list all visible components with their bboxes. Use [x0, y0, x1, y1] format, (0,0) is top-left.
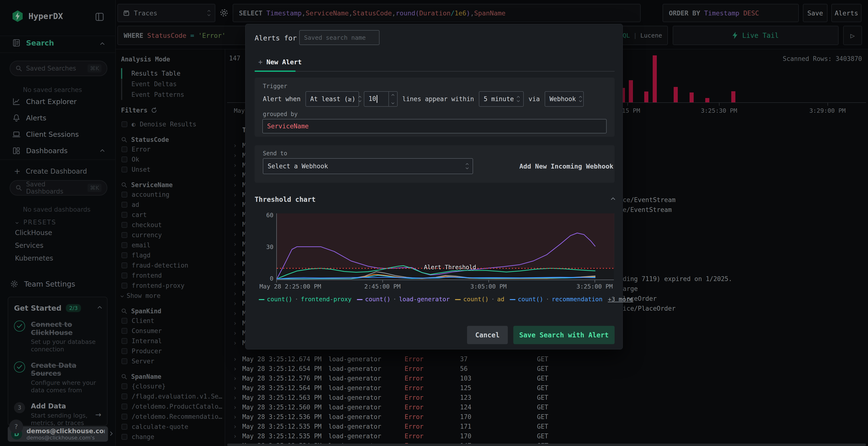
alert-when-label: Alert when [263, 95, 301, 103]
grouped-by-input[interactable]: ServiceName [262, 119, 607, 133]
axis-tick [276, 280, 277, 282]
legend-dash [510, 299, 516, 300]
text-cursor [377, 95, 377, 103]
via-label: via [528, 95, 540, 103]
y-tick-30: 30 [259, 243, 273, 250]
comparator-select[interactable]: At least (≥) [306, 91, 359, 107]
trigger-label: Trigger [263, 83, 287, 90]
legend-metric: count() [267, 296, 292, 303]
axis-tick [382, 280, 383, 282]
collapse-chart-icon[interactable] [611, 197, 615, 202]
save-search-with-alert-button[interactable]: Save Search with Alert [513, 326, 615, 344]
trigger-panel: Trigger Alert when At least (≥) 10 lines… [255, 77, 615, 137]
legend-item[interactable]: count()·ad [455, 296, 504, 303]
threshold-chart-plot[interactable]: Alert Threshold [276, 213, 614, 280]
channel-select[interactable]: Webhook [545, 91, 584, 107]
tab-track [255, 71, 615, 71]
tab-active-underline [255, 71, 296, 72]
legend-item[interactable]: count()·frontend-proxy [259, 296, 351, 303]
axis-tick [595, 280, 595, 282]
hyperdx-app: HyperDX Search Saved Searches ⌘K No save… [0, 0, 868, 446]
threshold-chart-title: Threshold chart [255, 196, 316, 204]
plus-icon: + [258, 58, 262, 66]
saved-search-name-input[interactable] [299, 30, 379, 45]
axis-label: May 28 2:25:00 PM [259, 283, 321, 290]
legend-series-name: load-generator [399, 296, 450, 303]
legend-item[interactable]: count()·recommendation [510, 296, 602, 303]
tab-new-alert[interactable]: + New Alert [258, 58, 302, 66]
chart-legend: count()·frontend-proxycount()·load-gener… [259, 296, 633, 303]
legend-metric: count() [365, 296, 390, 303]
number-stepper[interactable] [389, 92, 397, 106]
add-webhook-button[interactable]: Add New Incoming Webhook [519, 163, 613, 170]
alert-threshold-label: Alert Threshold [424, 264, 476, 271]
axis-label: 3:25:00 PM [577, 283, 613, 290]
legend-dash [259, 299, 265, 300]
grouped-by-label: grouped by [263, 111, 298, 117]
legend-item[interactable]: count()·load-generator [357, 296, 450, 303]
legend-more-button[interactable]: +3 more [608, 296, 633, 303]
legend-metric: count() [463, 296, 489, 303]
tab-label: New Alert [267, 58, 302, 66]
send-to-label: Send to [263, 150, 287, 157]
legend-series-name: frontend-proxy [301, 296, 351, 303]
y-tick-60: 60 [259, 212, 273, 219]
threshold-input[interactable]: 10 [364, 91, 398, 107]
legend-series-name: recommendation [552, 296, 602, 303]
axis-label: 2:45:00 PM [364, 283, 401, 290]
legend-series-name: ad [497, 296, 504, 303]
axis-label: 3:05:00 PM [470, 283, 507, 290]
send-to-panel: Send to Select a Webhook Add New Incomin… [255, 145, 615, 183]
alert-modal: Alerts for + New Alert Trigger Alert whe… [245, 24, 623, 349]
lines-within-label: lines appear within [402, 95, 474, 103]
grouped-by-value: ServiceName [267, 123, 309, 130]
legend-dash [357, 299, 363, 300]
window-select[interactable]: 5 minute [479, 91, 524, 107]
cancel-button[interactable]: Cancel [467, 326, 508, 344]
y-tick-0: 0 [259, 275, 273, 282]
legend-metric: count() [518, 296, 543, 303]
webhook-select[interactable]: Select a Webhook [263, 158, 473, 174]
axis-tick [489, 280, 489, 282]
modal-title: Alerts for [255, 34, 297, 42]
legend-dash [455, 299, 461, 300]
